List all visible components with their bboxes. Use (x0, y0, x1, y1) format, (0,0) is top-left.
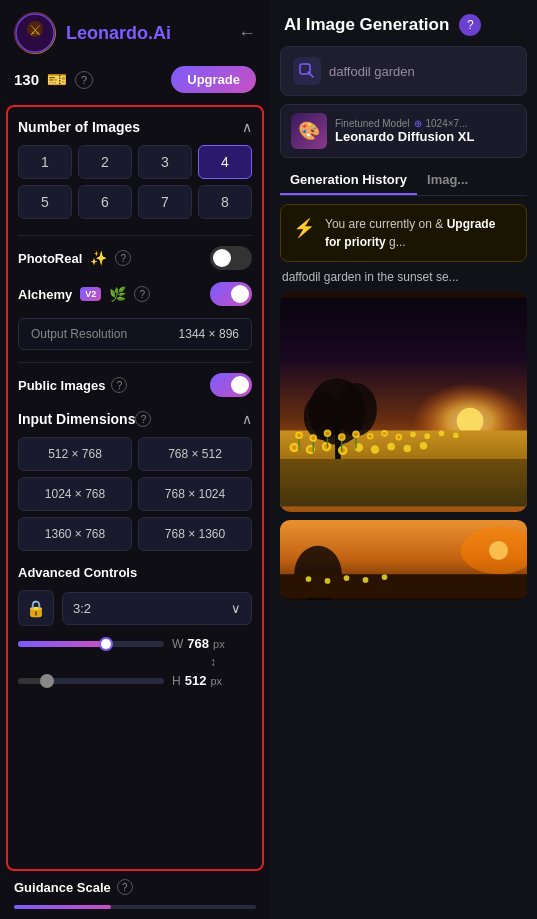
public-images-thumb (231, 376, 249, 394)
ratio-value: 3:2 (73, 601, 91, 616)
width-slider[interactable] (18, 641, 164, 647)
count-3-button[interactable]: 3 (138, 145, 192, 179)
photoreal-toggle[interactable] (210, 246, 252, 270)
count-grid: 1 2 3 4 5 6 7 8 (18, 145, 252, 219)
width-slider-thumb (99, 637, 113, 651)
search-icon-box (293, 57, 321, 85)
svg-point-35 (292, 445, 297, 450)
upgrade-text: You are currently on & Upgrade for prior… (325, 215, 514, 251)
photoreal-icon: ✨ (90, 250, 107, 266)
public-images-row: Public Images ? (18, 373, 252, 397)
divider-1 (18, 235, 252, 236)
svg-point-30 (410, 431, 416, 437)
public-images-label: Public Images (18, 378, 105, 393)
dim-1360x768-button[interactable]: 1360 × 768 (18, 517, 132, 551)
width-label: W (172, 637, 183, 651)
svg-point-62 (382, 574, 388, 580)
dim-1024x768-button[interactable]: 1024 × 768 (18, 477, 132, 511)
tab-image[interactable]: Imag... (417, 166, 478, 195)
search-text: daffodil garden (329, 64, 415, 79)
model-thumbnail: 🎨 (291, 113, 327, 149)
guidance-slider[interactable] (14, 905, 256, 909)
height-slider[interactable] (18, 678, 164, 684)
alchemy-toggle[interactable] (210, 282, 252, 306)
svg-rect-57 (280, 574, 527, 598)
tab-generation-history[interactable]: Generation History (280, 166, 417, 195)
model-row[interactable]: 🎨 Finetuned Model ⊕ 1024×7... Leonardo D… (280, 104, 527, 158)
svg-point-15 (297, 433, 301, 437)
height-unit: px (210, 675, 222, 687)
svg-point-29 (397, 435, 400, 438)
public-images-toggle[interactable] (210, 373, 252, 397)
count-4-button[interactable]: 4 (198, 145, 252, 179)
alchemy-help-button[interactable]: ? (134, 286, 150, 302)
svg-point-25 (369, 434, 372, 437)
app-name: Leonardo.Ai (66, 23, 171, 44)
svg-point-46 (420, 442, 428, 450)
alchemy-track (210, 282, 252, 306)
token-help-button[interactable]: ? (75, 71, 93, 89)
token-icon: 🎫 (47, 70, 67, 89)
app-logo: ⚔ (14, 12, 56, 54)
lock-button[interactable]: 🔒 (18, 590, 54, 626)
input-dim-help-button[interactable]: ? (135, 411, 151, 427)
height-input-group: H 512 px (172, 673, 252, 688)
num-images-chevron: ∧ (242, 119, 252, 135)
svg-point-45 (404, 445, 412, 453)
dim-768x1024-button[interactable]: 768 × 1024 (138, 477, 252, 511)
upgrade-button[interactable]: Upgrade (171, 66, 256, 93)
svg-point-55 (489, 541, 508, 560)
svg-rect-52 (280, 459, 527, 507)
search-bar[interactable]: daffodil garden (280, 46, 527, 96)
input-dim-chevron: ∧ (242, 411, 252, 427)
output-res-label: Output Resolution (31, 327, 127, 341)
svg-point-59 (325, 578, 331, 584)
photoreal-track (210, 246, 252, 270)
public-images-help-button[interactable]: ? (111, 377, 127, 393)
count-6-button[interactable]: 6 (78, 185, 132, 219)
page-title: AI Image Generation (284, 15, 449, 35)
svg-point-12 (335, 383, 377, 436)
width-slider-fill (18, 641, 106, 647)
svg-point-19 (326, 431, 330, 435)
svg-point-60 (344, 575, 350, 581)
photoreal-help-button[interactable]: ? (115, 250, 131, 266)
tabs-row: Generation History Imag... (280, 166, 527, 196)
divider-2 (18, 362, 252, 363)
svg-point-27 (383, 432, 386, 435)
alchemy-badge: V2 (80, 287, 101, 301)
dim-512x768-button[interactable]: 512 × 768 (18, 437, 132, 471)
guidance-slider-section (0, 899, 270, 919)
guidance-scale-section: Guidance Scale ? (0, 871, 270, 899)
dim-768x512-button[interactable]: 768 × 512 (138, 437, 252, 471)
svg-point-44 (387, 443, 395, 451)
width-unit: px (213, 638, 225, 650)
svg-point-17 (311, 436, 315, 440)
dim-768x1360-button[interactable]: 768 × 1360 (138, 517, 252, 551)
model-info: Finetuned Model ⊕ 1024×7... Leonardo Dif… (335, 118, 516, 144)
svg-point-31 (424, 433, 430, 439)
height-slider-row: H 512 px (18, 673, 252, 688)
count-8-button[interactable]: 8 (198, 185, 252, 219)
photoreal-label: PhotoReal (18, 251, 82, 266)
advanced-controls-label: Advanced Controls (18, 565, 252, 580)
ratio-select[interactable]: 3:2 ∨ (62, 592, 252, 625)
alchemy-label: Alchemy (18, 287, 72, 302)
input-dim-header: Input Dimensions ? ∧ (18, 411, 252, 427)
count-5-button[interactable]: 5 (18, 185, 72, 219)
guidance-scale-help-button[interactable]: ? (117, 879, 133, 895)
output-resolution-row: Output Resolution 1344 × 896 (18, 318, 252, 350)
left-panel: ⚔ Leonardo.Ai ← 130 🎫 ? Upgrade Number o… (0, 0, 270, 919)
count-2-button[interactable]: 2 (78, 145, 132, 179)
upgrade-notice: ⚡ You are currently on & Upgrade for pri… (280, 204, 527, 262)
num-images-title: Number of Images (18, 119, 140, 135)
count-1-button[interactable]: 1 (18, 145, 72, 179)
alchemy-thumb (231, 285, 249, 303)
count-7-button[interactable]: 7 (138, 185, 192, 219)
svg-point-8 (457, 408, 484, 435)
page-help-button[interactable]: ? (459, 14, 481, 36)
lightning-icon: ⚡ (293, 217, 315, 239)
height-slider-thumb (40, 674, 54, 688)
height-label: H (172, 674, 181, 688)
back-button[interactable]: ← (238, 23, 256, 44)
